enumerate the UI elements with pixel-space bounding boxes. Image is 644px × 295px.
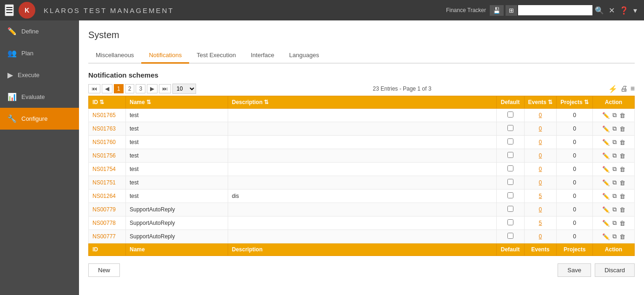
edit-button[interactable]: ✏️ [602,111,610,119]
copy-button[interactable]: ⧉ [612,178,617,187]
edit-button[interactable]: ✏️ [602,205,610,214]
pagination-first[interactable]: ⏮ [88,84,100,93]
edit-button[interactable]: ✏️ [602,151,610,160]
default-checkbox[interactable] [507,192,513,198]
default-checkbox[interactable] [507,165,513,171]
default-checkbox[interactable] [507,111,513,118]
copy-button[interactable]: ⧉ [612,165,617,173]
edit-button[interactable]: ✏️ [602,125,610,133]
per-page-select[interactable]: 10 25 50 100 [172,84,196,94]
tab-miscellaneous[interactable]: Miscellaneous [88,48,141,64]
tab-interface[interactable]: Interface [243,48,282,64]
col-header-description[interactable]: Description ⇅ [228,96,497,109]
pagination-prev[interactable]: ◀ [102,84,112,93]
edit-button[interactable]: ✏️ [602,178,610,187]
default-checkbox[interactable] [507,206,513,212]
pagination-page-3[interactable]: 3 [136,84,145,93]
events-link[interactable]: 0 [539,206,542,213]
tab-test-execution[interactable]: Test Execution [189,48,243,64]
table-row: NS01751 test 0 0 ✏️ ⧉ 🗑 [89,176,635,190]
col-header-id[interactable]: ID ⇅ [89,96,126,109]
filter-button[interactable]: ⚡ [608,85,618,93]
events-link[interactable]: 0 [539,166,542,172]
col-header-events[interactable]: Events ⇅ [524,96,557,109]
edit-button[interactable]: ✏️ [602,192,610,200]
delete-button[interactable]: 🗑 [619,125,626,133]
columns-button[interactable]: ≡ [631,85,635,93]
print-button[interactable]: 🖨 [620,85,628,93]
edit-button[interactable]: ✏️ [602,165,610,173]
cell-default [496,163,524,176]
sidebar-item-execute[interactable]: ▶ Execute [0,64,79,86]
id-link[interactable]: NS01760 [92,139,116,145]
default-checkbox[interactable] [507,179,513,185]
pagination-next[interactable]: ▶ [147,84,158,93]
user-menu-button[interactable]: ▾ [631,6,639,15]
events-link[interactable]: 5 [539,193,542,199]
col-header-projects[interactable]: Projects ⇅ [557,96,593,109]
id-link[interactable]: NS01754 [92,166,116,172]
edit-button[interactable]: ✏️ [602,219,610,227]
events-link[interactable]: 0 [539,125,542,132]
copy-button[interactable]: ⧉ [612,111,617,119]
id-link[interactable]: NS01756 [92,152,116,159]
default-checkbox[interactable] [507,233,513,239]
edit-button[interactable]: ✏️ [602,232,610,241]
events-link[interactable]: 0 [539,139,542,145]
copy-button[interactable]: ⧉ [612,232,617,241]
events-link[interactable]: 0 [539,112,542,118]
menu-button[interactable]: ☰ [5,4,14,16]
default-checkbox[interactable] [507,219,513,225]
copy-button[interactable]: ⧉ [612,219,617,227]
copy-button[interactable]: ⧉ [612,205,617,214]
copy-button[interactable]: ⧉ [612,125,617,133]
delete-button[interactable]: 🗑 [619,219,626,227]
delete-button[interactable]: 🗑 [619,165,626,173]
new-button[interactable]: New [88,263,120,277]
delete-button[interactable]: 🗑 [619,205,626,214]
pagination-page-2[interactable]: 2 [125,84,135,93]
pagination-last[interactable]: ⏭ [159,84,171,93]
copy-button[interactable]: ⧉ [612,192,617,200]
id-link[interactable]: NS01765 [92,112,116,118]
sidebar-item-configure[interactable]: 🔧 Configure [0,108,79,130]
id-link[interactable]: NS01264 [92,193,116,199]
search-button[interactable]: 🔍 [592,6,606,15]
search-input[interactable] [518,5,592,15]
delete-button[interactable]: 🗑 [619,232,626,241]
copy-button[interactable]: ⧉ [612,151,617,160]
events-link[interactable]: 5 [539,220,542,226]
save-button[interactable]: Save [558,263,591,277]
delete-button[interactable]: 🗑 [619,178,626,187]
help-button[interactable]: ❓ [617,6,631,15]
sidebar-item-define[interactable]: ✏️ Define [0,20,79,42]
col-header-name[interactable]: Name ⇅ [126,96,228,109]
default-checkbox[interactable] [507,138,513,144]
pagination-page-1[interactable]: 1 [114,84,124,93]
tab-languages[interactable]: Languages [282,48,326,64]
col-header-default[interactable]: Default [496,96,524,109]
events-link[interactable]: 0 [539,179,542,186]
grid-view-button[interactable]: ⊞ [506,5,517,16]
sidebar-item-evaluate[interactable]: 📊 Evaluate [0,86,79,108]
discard-button[interactable]: Discard [595,263,635,277]
id-link[interactable]: NS00778 [92,220,116,226]
id-link[interactable]: NS00777 [92,233,116,240]
sidebar-item-plan[interactable]: 👥 Plan [0,42,79,64]
edit-button[interactable]: ✏️ [602,138,610,146]
events-link[interactable]: 0 [539,233,542,240]
delete-button[interactable]: 🗑 [619,111,626,119]
copy-button[interactable]: ⧉ [612,138,617,146]
delete-button[interactable]: 🗑 [619,138,626,146]
default-checkbox[interactable] [507,125,513,131]
save-project-button[interactable]: 💾 [490,5,504,16]
clear-search-button[interactable]: ✕ [606,6,617,15]
tab-notifications[interactable]: Notifications [141,48,189,64]
events-link[interactable]: 0 [539,152,542,159]
id-link[interactable]: NS01763 [92,125,116,132]
delete-button[interactable]: 🗑 [619,151,626,160]
default-checkbox[interactable] [507,152,513,158]
id-link[interactable]: NS01751 [92,179,116,186]
delete-button[interactable]: 🗑 [619,192,626,200]
id-link[interactable]: NS00779 [92,206,116,213]
